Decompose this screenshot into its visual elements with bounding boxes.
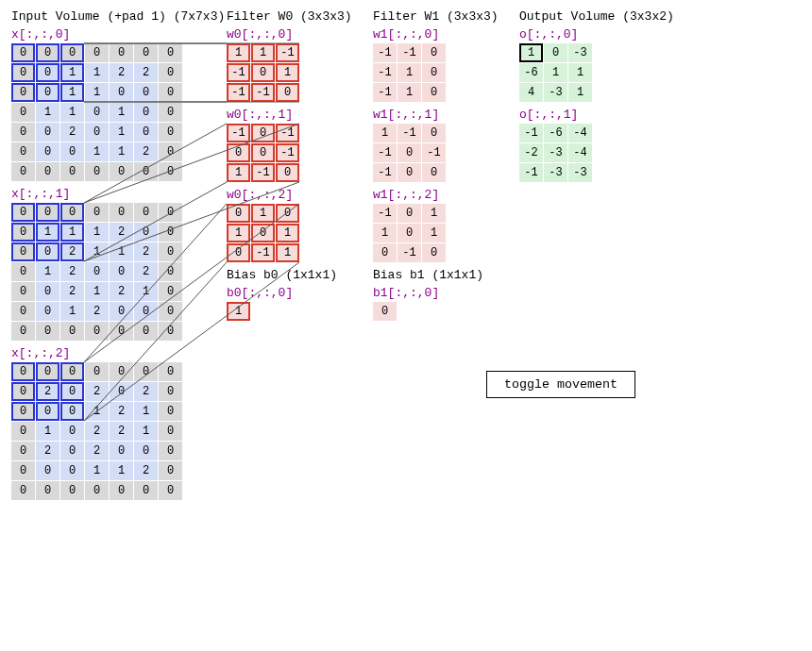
cell: 0: [110, 302, 133, 321]
output-slice-0: o[:,:,0] 10-3-6114-31: [519, 27, 592, 102]
cell: 0: [11, 442, 35, 460]
cell: 1: [85, 282, 109, 301]
cell: 2: [110, 223, 133, 242]
cell: 0: [36, 362, 59, 381]
cell: -1: [251, 83, 275, 102]
cell: 0: [134, 43, 158, 62]
cell: -1: [276, 124, 299, 142]
cell: 2: [85, 302, 109, 321]
cell: 0: [159, 103, 182, 122]
cell: 0: [60, 162, 84, 181]
output-grid-1: -1-6-4-2-3-4-1-3-3: [519, 124, 592, 182]
cell: 1: [398, 63, 421, 82]
cell: -1: [398, 43, 421, 62]
cell: 1: [227, 163, 250, 182]
cell: 0: [85, 322, 109, 341]
cell: 0: [60, 402, 84, 421]
cell: 0: [36, 43, 59, 62]
cell: 0: [159, 422, 182, 441]
cell: -1: [373, 43, 397, 62]
cell: -3: [568, 163, 592, 182]
cell: 0: [159, 43, 182, 62]
cell: 0: [134, 162, 158, 181]
cell: -1: [373, 143, 397, 162]
cell: 0: [159, 162, 182, 181]
cell: -2: [519, 143, 543, 162]
w0-slice-0-label: w0[:,:,0]: [227, 27, 299, 42]
w1-slice-2: w1[:,:,2] -1011010-10: [373, 188, 446, 262]
cell: 0: [60, 322, 84, 341]
cell: -1: [373, 83, 397, 102]
cell: 0: [159, 123, 182, 142]
cell: 1: [110, 103, 133, 122]
toggle-movement-button[interactable]: toggle movement: [486, 371, 635, 398]
cell: 0: [159, 242, 182, 261]
cell: 0: [251, 224, 275, 242]
cell: -3: [544, 83, 567, 102]
output-column: Output Volume (3x3x2) o[:,:,0] 10-3-6114…: [519, 9, 674, 188]
input-slice-0-label: x[:,:,0]: [11, 27, 182, 42]
cell: 1: [134, 422, 158, 441]
cell: 0: [276, 204, 299, 223]
cell: 0: [85, 262, 109, 281]
cell: -4: [568, 143, 592, 162]
cell: 1: [60, 223, 84, 242]
cell: 0: [159, 461, 182, 480]
cell: 0: [110, 442, 133, 460]
cell: 0: [11, 242, 35, 261]
cell: 0: [110, 362, 133, 381]
cell: 0: [110, 382, 133, 401]
cell: 0: [373, 243, 397, 262]
cell: 1: [227, 224, 250, 242]
cell: 0: [134, 322, 158, 341]
cell: 0: [36, 83, 59, 102]
cell: 0: [422, 163, 446, 182]
cell: 0: [11, 43, 35, 62]
bias-b0-label: b0[:,:,0]: [227, 286, 337, 300]
cell: 0: [11, 362, 35, 381]
cell: 2: [36, 382, 59, 401]
cell: 0: [36, 302, 59, 321]
cell: 1: [227, 43, 250, 62]
cell: 2: [134, 63, 158, 82]
cell: 0: [159, 302, 182, 321]
cell: 1: [276, 224, 299, 242]
cell: 2: [85, 382, 109, 401]
cell: 0: [85, 43, 109, 62]
filter-w1-title: Filter W1 (3x3x3): [373, 9, 499, 24]
cell: 0: [60, 461, 84, 480]
cell: 0: [134, 362, 158, 381]
cell: 0: [60, 43, 84, 62]
cell: 0: [11, 223, 35, 242]
cell: 0: [159, 262, 182, 281]
cell: 1: [568, 63, 592, 82]
cell: 1: [251, 43, 275, 62]
cell: 0: [85, 103, 109, 122]
cell: 1: [60, 63, 84, 82]
cell: -4: [568, 124, 592, 142]
cell: 0: [110, 43, 133, 62]
output-slice-1: o[:,:,1] -1-6-4-2-3-4-1-3-3: [519, 108, 592, 182]
cell: 0: [110, 262, 133, 281]
cell: 0: [11, 103, 35, 122]
cell: 1: [85, 142, 109, 161]
w0-slice-2-label: w0[:,:,2]: [227, 188, 299, 202]
w0-slice-0: w0[:,:,0] 11-1-101-1-10: [227, 27, 299, 102]
cell: 0: [159, 282, 182, 301]
cell: 2: [110, 282, 133, 301]
cell: 1: [60, 103, 84, 122]
cell: 0: [134, 223, 158, 242]
w0-grid-1: -10-100-11-10: [227, 124, 299, 182]
bias-b1-grid: 0: [373, 302, 483, 321]
cell: 0: [422, 83, 446, 102]
cell: 0: [134, 123, 158, 142]
cell: -3: [544, 163, 567, 182]
output-slice-0-label: o[:,:,0]: [519, 27, 592, 42]
cell: 0: [159, 203, 182, 222]
cell: 0: [36, 282, 59, 301]
w0-slice-1: w0[:,:,1] -10-100-11-10: [227, 108, 299, 182]
cell: 0: [110, 481, 133, 500]
cell: 0: [11, 83, 35, 102]
cell: 0: [36, 461, 59, 480]
cell: -1: [227, 83, 250, 102]
